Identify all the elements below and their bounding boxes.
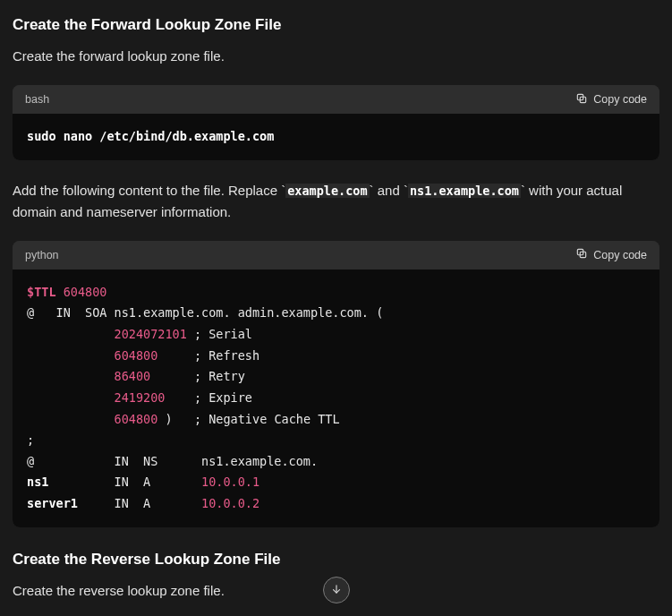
paragraph-mid: and: [374, 183, 404, 198]
code-body-zone: $TTL 604800 @ IN SOA ns1.example.com. ad…: [13, 270, 659, 527]
section-title-reverse: Create the Reverse Lookup Zone File: [13, 547, 659, 571]
section-title-forward: Create the Forward Lookup Zone File: [13, 13, 659, 37]
code-header: bash Copy code: [13, 85, 659, 114]
code-lang-label: python: [25, 246, 59, 264]
code-header: python Copy code: [13, 241, 659, 270]
arrow-down-icon: [330, 583, 343, 598]
copy-icon: [575, 92, 588, 107]
copy-code-button[interactable]: Copy code: [575, 247, 647, 262]
copy-code-button[interactable]: Copy code: [575, 92, 647, 107]
paragraph-prefix: Add the following content to the file. R…: [13, 183, 281, 198]
copy-label: Copy code: [593, 249, 647, 261]
code-block-zone: python Copy code $TTL 604800 @ IN SOA ns…: [13, 241, 659, 527]
inline-code-ns1: ns1.example.com: [408, 184, 521, 198]
intro-text-forward: Create the forward lookup zone file.: [13, 46, 659, 67]
code-lang-label: bash: [25, 90, 49, 108]
inline-code-example: example.com: [285, 184, 369, 198]
code-body-bash: sudo nano /etc/bind/db.example.com: [13, 114, 659, 160]
copy-label: Copy code: [593, 93, 647, 106]
copy-icon: [575, 247, 588, 262]
code-block-bash: bash Copy code sudo nano /etc/bind/db.ex…: [13, 85, 659, 160]
scroll-down-button[interactable]: [323, 577, 350, 603]
paragraph-replace: Add the following content to the file. R…: [13, 180, 659, 223]
